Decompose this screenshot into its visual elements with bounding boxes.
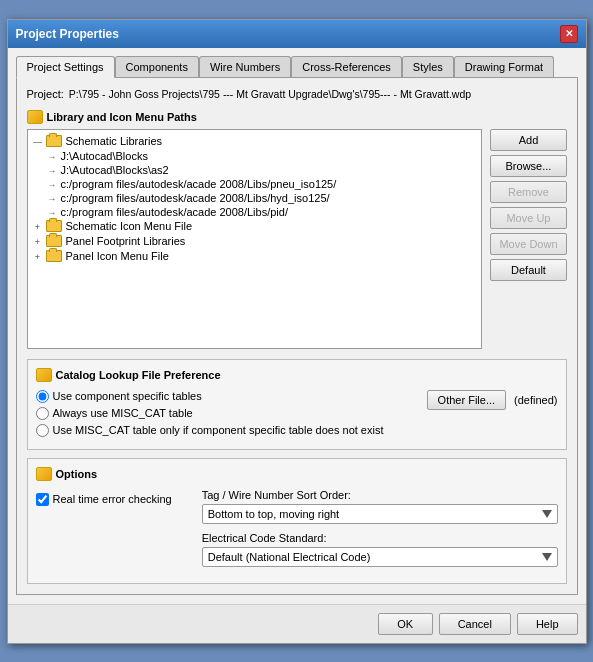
folder-icon-schematic	[46, 135, 62, 147]
catalog-radio-1[interactable]	[36, 390, 49, 403]
tree-label-panel-footprint: Panel Footprint Libraries	[66, 235, 186, 247]
tree-item-schematic-icon[interactable]: + Schematic Icon Menu File	[32, 219, 478, 234]
project-properties-window: Project Properties ✕ Project Settings Co…	[7, 19, 587, 644]
bottom-bar: OK Cancel Help	[8, 604, 586, 643]
options-title: Options	[56, 468, 98, 480]
catalog-radio-row-3: Use MISC_CAT table only if component spe…	[36, 424, 384, 437]
catalog-section-title: Catalog Lookup File Preference	[56, 369, 221, 381]
browse-button[interactable]: Browse...	[490, 155, 566, 177]
defined-text: (defined)	[514, 394, 557, 406]
tree-label-path-1: J:\Autocad\Blocks	[61, 150, 148, 162]
tab-components[interactable]: Components	[115, 56, 199, 78]
tab-drawing-format[interactable]: Drawing Format	[454, 56, 554, 78]
tree-item-path-5[interactable]: → c:/program files/autodesk/acade 2008/L…	[32, 205, 478, 219]
options-section: Options Real time error checking Tag / W…	[27, 458, 567, 584]
catalog-radios: Use component specific tables Always use…	[36, 390, 384, 441]
library-buttons: Add Browse... Remove Move Up Move Down D…	[490, 129, 566, 349]
catalog-radio-label-3: Use MISC_CAT table only if component spe…	[53, 424, 384, 436]
tree-panel: — Schematic Libraries → J:\Autocad\Block…	[27, 129, 567, 349]
tree-label-schematic-libs: Schematic Libraries	[66, 135, 163, 147]
catalog-radio-row-2: Always use MISC_CAT table	[36, 407, 384, 420]
tree-label-path-2: J:\Autocad\Blocks\as2	[61, 164, 169, 176]
tab-content-project-settings: Project: P:\795 - John Goss Projects\795…	[16, 77, 578, 595]
expand-schematic-icon[interactable]: +	[32, 221, 44, 233]
tab-project-settings[interactable]: Project Settings	[16, 56, 115, 78]
realtime-label: Real time error checking	[53, 493, 172, 505]
folder-icon-panel-footprint	[46, 235, 62, 247]
other-file-button[interactable]: Other File...	[427, 390, 506, 410]
options-right: Tag / Wire Number Sort Order: Bottom to …	[202, 489, 558, 575]
close-button[interactable]: ✕	[560, 25, 578, 43]
cancel-button[interactable]: Cancel	[439, 613, 511, 635]
tree-container[interactable]: — Schematic Libraries → J:\Autocad\Block…	[27, 129, 483, 349]
tree-label-path-4: c:/program files/autodesk/acade 2008/Lib…	[61, 192, 330, 204]
catalog-radio-2[interactable]	[36, 407, 49, 420]
add-button[interactable]: Add	[490, 129, 566, 151]
catalog-radio-label-1: Use component specific tables	[53, 390, 202, 402]
tag-wire-label: Tag / Wire Number Sort Order:	[202, 489, 558, 501]
move-down-button[interactable]: Move Down	[490, 233, 566, 255]
tree-label-path-3: c:/program files/autodesk/acade 2008/Lib…	[61, 178, 337, 190]
tab-styles[interactable]: Styles	[402, 56, 454, 78]
folder-icon-panel-icon	[46, 250, 62, 262]
window-title: Project Properties	[16, 27, 119, 41]
catalog-section: Catalog Lookup File Preference Use compo…	[27, 359, 567, 450]
catalog-radio-label-2: Always use MISC_CAT table	[53, 407, 193, 419]
tree-item-panel-footprint[interactable]: + Panel Footprint Libraries	[32, 234, 478, 249]
folder-icon-schematic-icon	[46, 220, 62, 232]
tree-item-path-3[interactable]: → c:/program files/autodesk/acade 2008/L…	[32, 177, 478, 191]
realtime-checkbox[interactable]	[36, 493, 49, 506]
catalog-header: Catalog Lookup File Preference	[36, 368, 558, 382]
tree-label-schematic-icon: Schematic Icon Menu File	[66, 220, 193, 232]
options-icon	[36, 467, 52, 481]
catalog-icon	[36, 368, 52, 382]
tree-item-path-1[interactable]: → J:\Autocad\Blocks	[32, 149, 478, 163]
project-value: P:\795 - John Goss Projects\795 --- Mt G…	[69, 88, 471, 100]
electrical-code-select[interactable]: Default (National Electrical Code) IEC	[202, 547, 558, 567]
options-row: Real time error checking Tag / Wire Numb…	[36, 489, 558, 575]
catalog-content: Use component specific tables Always use…	[36, 390, 558, 441]
help-button[interactable]: Help	[517, 613, 578, 635]
tree-item-path-4[interactable]: → c:/program files/autodesk/acade 2008/L…	[32, 191, 478, 205]
library-section-header: Library and Icon Menu Paths	[27, 110, 567, 124]
tabs-container: Project Settings Components Wire Numbers…	[16, 56, 578, 78]
project-row: Project: P:\795 - John Goss Projects\795…	[27, 88, 567, 100]
ok-button[interactable]: OK	[378, 613, 433, 635]
expand-schematic-libs[interactable]: —	[32, 136, 44, 148]
tree-item-panel-icon[interactable]: + Panel Icon Menu File	[32, 249, 478, 264]
default-button[interactable]: Default	[490, 259, 566, 281]
catalog-file-area: Other File... (defined)	[427, 390, 558, 410]
tree-label-path-5: c:/program files/autodesk/acade 2008/Lib…	[61, 206, 288, 218]
expand-panel-icon[interactable]: +	[32, 251, 44, 263]
tree-item-schematic-libs[interactable]: — Schematic Libraries	[32, 134, 478, 149]
remove-button[interactable]: Remove	[490, 181, 566, 203]
main-content: Project Settings Components Wire Numbers…	[8, 48, 586, 604]
expand-panel-footprint[interactable]: +	[32, 236, 44, 248]
options-header: Options	[36, 467, 558, 481]
realtime-check-area: Real time error checking	[36, 493, 172, 506]
title-bar: Project Properties ✕	[8, 20, 586, 48]
tab-cross-references[interactable]: Cross-References	[291, 56, 402, 78]
project-label: Project:	[27, 88, 64, 100]
tag-wire-select[interactable]: Bottom to top, moving right Top to botto…	[202, 504, 558, 524]
catalog-radio-3[interactable]	[36, 424, 49, 437]
move-up-button[interactable]: Move Up	[490, 207, 566, 229]
tab-wire-numbers[interactable]: Wire Numbers	[199, 56, 291, 78]
title-bar-buttons: ✕	[560, 25, 578, 43]
library-icon	[27, 110, 43, 124]
library-section-title: Library and Icon Menu Paths	[47, 111, 197, 123]
catalog-radio-row-1: Use component specific tables	[36, 390, 384, 403]
tree-label-panel-icon: Panel Icon Menu File	[66, 250, 169, 262]
tree-item-path-2[interactable]: → J:\Autocad\Blocks\as2	[32, 163, 478, 177]
electrical-code-label: Electrical Code Standard:	[202, 532, 558, 544]
